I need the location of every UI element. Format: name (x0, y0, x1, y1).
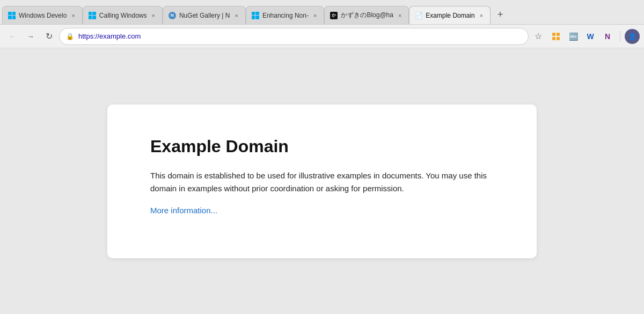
more-info-link[interactable]: More information... (150, 206, 217, 215)
avatar-initial: 👤 (628, 33, 636, 40)
address-text: https://example.com (78, 32, 522, 40)
windows-favicon (8, 12, 16, 19)
star-icon: ☆ (535, 31, 542, 41)
forward-button[interactable]: → (23, 28, 39, 44)
lock-icon: 🔒 (66, 33, 74, 40)
tab-kazuki[interactable]: か かずきのBlog@ha × (324, 6, 409, 24)
document-favicon: 📄 (415, 12, 422, 19)
nuget-favicon: N (169, 12, 176, 19)
page-content: Example Domain This domain is establishe… (0, 48, 644, 314)
tab-label: Enhancing Non- (262, 12, 309, 19)
toolbar-divider (620, 31, 620, 42)
tab-close[interactable]: × (312, 11, 318, 20)
address-bar[interactable]: 🔒 https://example.com (59, 28, 529, 45)
tab-label: Calling Windows (99, 12, 147, 19)
profile-avatar[interactable]: 👤 (625, 29, 640, 44)
tab-example-domain[interactable]: 📄 Example Domain × (409, 6, 491, 24)
svg-rect-0 (552, 33, 555, 36)
new-tab-button[interactable]: + (493, 7, 508, 22)
back-icon: ← (9, 32, 16, 41)
tab-close[interactable]: × (478, 11, 485, 20)
refresh-icon: ↻ (46, 31, 53, 41)
extension-word-button[interactable]: W (582, 28, 598, 44)
tab-label: かずきのBlog@ha (341, 11, 393, 20)
tab-close[interactable]: × (70, 11, 76, 20)
tab-enhancing[interactable]: Enhancing Non- × (246, 6, 325, 24)
svg-rect-2 (552, 37, 555, 40)
tab-nuget[interactable]: N NuGet Gallery | N × (163, 6, 246, 24)
tab-label: Example Domain (426, 12, 474, 19)
extensions-area: 🔤 W N (548, 28, 616, 44)
extension-translate-button[interactable]: 🔤 (565, 28, 581, 44)
tab-windows-develo[interactable]: Windows Develo × (2, 6, 83, 24)
tab-bar: Windows Develo × Calling Windows × N NuG… (0, 0, 644, 25)
content-card: Example Domain This domain is establishe… (107, 104, 537, 258)
windows-favicon (89, 12, 96, 19)
windows-favicon (252, 12, 259, 19)
kazuki-favicon: か (330, 12, 338, 19)
extension-1-icon (552, 32, 560, 41)
extension-onenote-button[interactable]: N (599, 28, 616, 44)
bookmark-button[interactable]: ☆ (531, 29, 546, 44)
extension-button-1[interactable] (548, 28, 564, 44)
page-body: This domain is established to be used fo… (150, 169, 494, 195)
word-icon: W (587, 32, 594, 41)
tab-label: Windows Develo (19, 12, 67, 19)
svg-rect-3 (557, 37, 560, 40)
tab-close[interactable]: × (150, 11, 157, 20)
translate-icon: 🔤 (569, 32, 578, 41)
tab-close[interactable]: × (233, 11, 239, 20)
back-button[interactable]: ← (4, 28, 20, 44)
forward-icon: → (27, 32, 34, 41)
tab-label: NuGet Gallery | N (179, 12, 230, 19)
page-title: Example Domain (150, 137, 494, 156)
onenote-icon: N (605, 32, 610, 41)
toolbar: ← → ↻ 🔒 https://example.com ☆ 🔤 W (0, 25, 644, 48)
tab-close[interactable]: × (397, 11, 403, 20)
svg-rect-1 (557, 33, 560, 36)
refresh-button[interactable]: ↻ (41, 28, 57, 44)
tab-calling-windows[interactable]: Calling Windows × (83, 6, 163, 24)
